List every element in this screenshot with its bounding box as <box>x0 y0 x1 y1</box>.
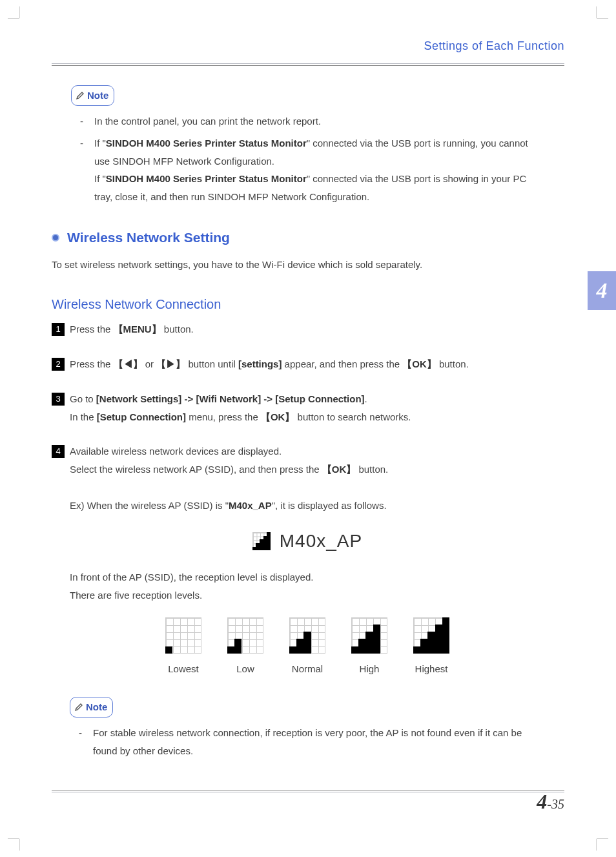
step: 1 Press the 【MENU】 button. <box>52 320 545 338</box>
chapter-tab: 4 <box>588 271 616 310</box>
note-item-text: If "SINDOH M400 Series Printer Status Mo… <box>94 134 545 206</box>
step-badge-icon: 3 <box>52 393 65 406</box>
note-item-text: For stable wireless network connection, … <box>93 724 545 760</box>
section-heading-text: Wireless Network Setting <box>67 225 230 251</box>
level-item: Low <box>227 617 263 678</box>
level-item: Lowest <box>165 617 201 678</box>
level-item: Highest <box>413 617 449 678</box>
reception-levels-row: Lowest Low Normal High <box>70 617 545 678</box>
signal-highest-icon <box>413 617 449 654</box>
level-label: Normal <box>289 660 325 678</box>
page-number: 4-35 <box>537 783 564 821</box>
step-body: Go to [Network Settings] -> [Wifi Networ… <box>70 390 545 426</box>
level-item: High <box>351 617 387 678</box>
note-item: - If "SINDOH M400 Series Printer Status … <box>80 134 545 206</box>
header-rule <box>52 63 564 66</box>
note-label: Note <box>86 698 107 716</box>
level-label: Low <box>227 660 263 678</box>
step-body: Press the 【MENU】 button. <box>70 320 545 338</box>
ap-ssid: M40x_AP <box>280 524 362 558</box>
step: 3 Go to [Network Settings] -> [Wifi Netw… <box>52 390 545 426</box>
subsection-heading: Wireless Network Connection <box>52 293 545 316</box>
pencil-icon <box>76 91 85 100</box>
bullet-dot-icon <box>52 234 59 242</box>
step-badge-icon: 1 <box>52 323 65 336</box>
signal-icon <box>252 532 271 550</box>
level-label: Highest <box>413 660 449 678</box>
note-item: - For stable wireless network connection… <box>79 724 545 760</box>
step-badge-icon: 4 <box>52 445 65 458</box>
step-body: Available wireless network devices are d… <box>70 442 545 763</box>
signal-lowest-icon <box>165 617 201 654</box>
step-badge-icon: 2 <box>52 358 65 371</box>
page-header-title: Settings of Each Function <box>52 36 564 57</box>
section-heading: Wireless Network Setting <box>52 225 545 251</box>
level-label: High <box>351 660 387 678</box>
level-item: Normal <box>289 617 325 678</box>
note-badge: Note <box>70 697 113 718</box>
step-body: Press the 【◀】 or 【▶】 button until [setti… <box>70 355 545 373</box>
signal-normal-icon <box>289 617 325 654</box>
note-item-text: In the control panel, you can print the … <box>94 112 545 130</box>
pencil-icon <box>74 703 83 712</box>
signal-high-icon <box>351 617 387 654</box>
ap-display-example: M40x_AP <box>70 524 545 558</box>
section-intro: To set wireless network settings, you ha… <box>52 256 545 274</box>
step: 4 Available wireless network devices are… <box>52 442 545 763</box>
note-badge: Note <box>71 85 114 106</box>
step: 2 Press the 【◀】 or 【▶】 button until [set… <box>52 355 545 373</box>
note-label: Note <box>87 87 108 105</box>
level-label: Lowest <box>165 660 201 678</box>
footer-rule <box>52 790 564 792</box>
signal-low-icon <box>227 617 263 654</box>
note-item: - In the control panel, you can print th… <box>80 112 545 130</box>
